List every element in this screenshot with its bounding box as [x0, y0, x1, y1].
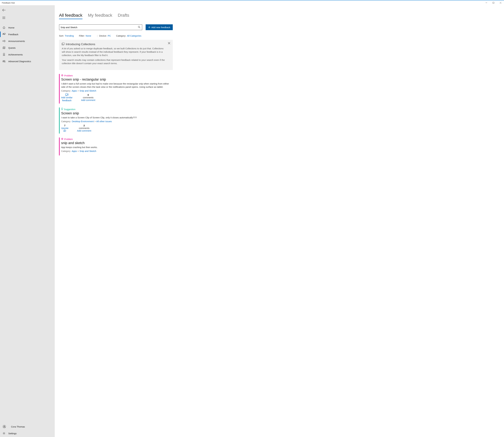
- svg-point-7: [4, 426, 5, 427]
- category-link-2[interactable]: Snip and Sketch: [80, 89, 96, 92]
- banner-title: Introducing Collections: [66, 43, 95, 46]
- diagnostics-icon: [2, 60, 6, 63]
- banner-close-button[interactable]: [167, 41, 171, 45]
- feedback-kind: Problem: [61, 138, 173, 140]
- svg-point-6: [5, 61, 5, 62]
- svg-rect-2: [4, 33, 5, 34]
- feedback-description: I want to take a Screen Clip of Screen C…: [61, 116, 173, 119]
- category-link-1[interactable]: Apps: [72, 150, 77, 152]
- feedback-item[interactable]: ProblemScreen snip - rectangular snipI d…: [59, 74, 173, 103]
- feedback-kind: Suggestion: [61, 108, 173, 111]
- search-input[interactable]: [61, 26, 138, 29]
- sidebar-item-home[interactable]: Home: [0, 24, 55, 31]
- filter-label: Filter:: [79, 34, 85, 37]
- avatar: [2, 425, 6, 428]
- back-button[interactable]: [0, 7, 7, 13]
- svg-rect-12: [62, 43, 64, 45]
- category-link-2[interactable]: Snip and Sketch: [80, 150, 96, 152]
- feedback-item[interactable]: Problemsnip and sketchApp keeps crashing…: [59, 138, 173, 155]
- sort-label: Sort:: [59, 34, 64, 37]
- category-link-2[interactable]: All other issues: [96, 120, 112, 123]
- window-buttons: [483, 0, 504, 5]
- nav-label: Home: [8, 26, 14, 29]
- comments-action[interactable]: 0commentsAdd comment: [81, 94, 95, 101]
- feedback-kind: Problem: [61, 74, 173, 77]
- sidebar-item-announcements[interactable]: Announcements: [0, 38, 55, 44]
- banner-text-1: A lot of you asked us to merge duplicate…: [62, 47, 165, 57]
- sidebar: HomeFeedbackAnnouncementsQuestsAchieveme…: [0, 5, 55, 437]
- problem-icon: [61, 138, 63, 140]
- nav-label: Achievements: [8, 53, 23, 56]
- category-link-1[interactable]: Apps: [72, 89, 77, 92]
- feedback-item[interactable]: SuggestionScreen snipI want to take a Sc…: [59, 108, 173, 134]
- sidebar-item-settings[interactable]: Settings: [0, 430, 55, 437]
- plus-icon: [148, 26, 151, 29]
- user-name: Cora Thomas: [11, 425, 25, 428]
- minimize-button[interactable]: [483, 0, 490, 5]
- filter-value[interactable]: None: [86, 34, 91, 37]
- category-value[interactable]: All Categories: [127, 34, 141, 37]
- nav-label: Feedback: [8, 33, 18, 36]
- titlebar: Feedback Hub: [0, 0, 504, 5]
- search-icon[interactable]: [138, 26, 140, 29]
- sidebar-item-user[interactable]: Cora Thomas: [0, 423, 55, 430]
- hamburger-icon: [2, 17, 5, 19]
- feedback-description: I didn't want a full screen snip but had…: [61, 82, 173, 89]
- thumbs-up-icon: [63, 129, 66, 132]
- add-button-label: Add new feedback: [152, 26, 170, 29]
- close-button[interactable]: [497, 0, 504, 5]
- sidebar-item-quests[interactable]: Quests: [0, 44, 55, 51]
- svg-point-4: [3, 61, 3, 62]
- person-icon: [3, 425, 6, 428]
- device-label: Device:: [99, 34, 107, 37]
- tab-drafts[interactable]: Drafts: [118, 13, 129, 19]
- sidebar-item-achievements[interactable]: Achievements: [0, 51, 55, 58]
- feedback-title: Screen snip - rectangular snip: [61, 78, 173, 81]
- upvote-button[interactable]: 7Upvote: [61, 124, 69, 132]
- category-label: Category:: [116, 34, 126, 37]
- feedback-bubble-icon: [65, 94, 68, 96]
- main-content: All feedbackMy feedbackDrafts Add new fe…: [55, 5, 504, 437]
- svg-rect-0: [493, 2, 494, 3]
- sidebar-item-feedback[interactable]: Feedback: [0, 31, 55, 38]
- settings-label: Settings: [8, 432, 17, 435]
- svg-point-3: [3, 53, 5, 55]
- home-icon: [2, 26, 6, 29]
- device-value[interactable]: PC: [108, 34, 111, 37]
- category-link-1[interactable]: Desktop Environment: [72, 120, 94, 123]
- filter-bar: Sort: Trending Filter: None | Device: PC…: [59, 34, 173, 37]
- ribbon-icon: [2, 53, 6, 56]
- banner-text-2: Your search results may contain collecti…: [62, 58, 165, 65]
- feedback-category: Category Apps > Snip and Sketch: [61, 89, 173, 92]
- megaphone-icon: [2, 40, 6, 42]
- nav-label: Advanced Diagnostics: [8, 60, 31, 63]
- svg-point-1: [3, 33, 4, 34]
- sort-value[interactable]: Trending: [65, 34, 74, 37]
- comments-action[interactable]: 2commentsAdd comment: [77, 124, 91, 132]
- feedback-title: snip and sketch: [61, 141, 173, 145]
- window-title: Feedback Hub: [2, 2, 15, 4]
- add-new-feedback-button[interactable]: Add new feedback: [146, 24, 173, 30]
- problem-icon: [61, 74, 63, 77]
- tab-all-feedback[interactable]: All feedback: [59, 13, 82, 19]
- collection-icon: [62, 43, 64, 46]
- add-similar-feedback-button[interactable]: Add similarfeedback: [61, 94, 72, 102]
- gear-icon: [2, 432, 6, 435]
- nav-label: Quests: [8, 47, 16, 49]
- feedback-title: Screen snip: [61, 111, 173, 115]
- svg-point-5: [4, 61, 4, 61]
- sidebar-item-advanced-diagnostics[interactable]: Advanced Diagnostics: [0, 58, 55, 65]
- nav-label: Announcements: [8, 40, 25, 42]
- suggestion-icon: [61, 108, 63, 111]
- map-icon: [2, 46, 6, 49]
- tabs: All feedbackMy feedbackDrafts: [59, 13, 173, 19]
- close-icon: [168, 42, 170, 44]
- maximize-button[interactable]: [490, 0, 497, 5]
- tab-my-feedback[interactable]: My feedback: [88, 13, 112, 19]
- collections-banner: Introducing Collections A lot of you ask…: [59, 40, 173, 70]
- search-box[interactable]: [59, 24, 142, 30]
- feedback-description: App keeps crashing but then works.: [61, 146, 173, 149]
- feedback-category: Category Apps > Snip and Sketch: [61, 150, 173, 152]
- svg-point-9: [3, 433, 4, 434]
- hamburger-button[interactable]: [0, 14, 7, 21]
